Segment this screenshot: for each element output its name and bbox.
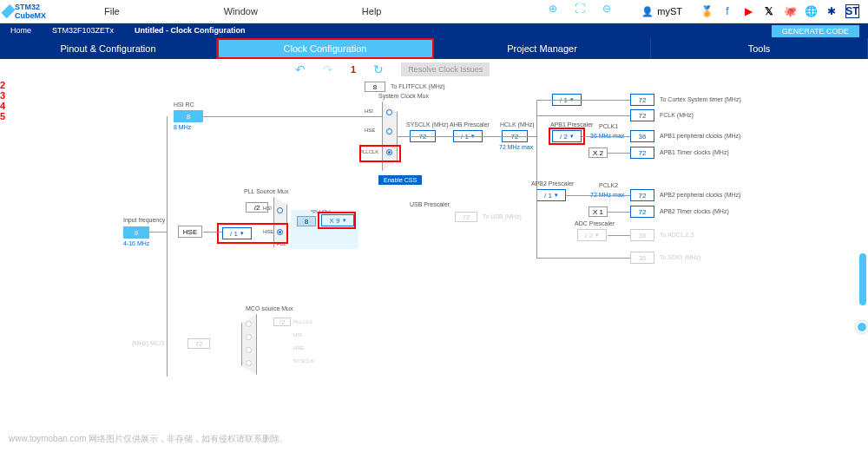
sm-hse: HSE	[365, 128, 375, 133]
mco-hse: HSE	[293, 345, 304, 350]
adc-label: ADC Prescaler	[575, 220, 615, 226]
bc-chip[interactable]: STM32F103ZETx	[42, 23, 124, 38]
hse-block: HSE	[178, 226, 202, 238]
x-icon[interactable]: 𝕏	[762, 4, 776, 18]
input-unit: 4-16 MHz	[123, 240, 149, 246]
cortex-label: To Cortex System timer (MHz)	[660, 96, 741, 102]
menu-window[interactable]: Window	[172, 6, 310, 16]
scrollbar[interactable]	[859, 253, 866, 305]
apb2-timer-mul: X 1	[589, 206, 608, 217]
mco-r3[interactable]	[246, 347, 252, 353]
st-logo[interactable]: ST	[845, 4, 859, 18]
menu-help[interactable]: Help	[310, 6, 434, 16]
sm-hse-radio[interactable]	[386, 128, 392, 134]
input-freq-value[interactable]: 8	[123, 226, 149, 239]
mco-r2[interactable]	[246, 334, 252, 340]
bc-page: Untitled - Clock Configuration	[124, 23, 256, 38]
sdio-value: 36	[630, 252, 654, 264]
pclk2-out: APB2 peripheral clocks (MHz)	[660, 192, 740, 198]
apb2t-value: 72	[630, 206, 654, 218]
apb1-timer-mul: X 2	[589, 147, 608, 158]
top-menubar: STM32 CubeMX File Window Help 👤 myST 🏅 f…	[0, 0, 868, 23]
pll-src-hsi-radio[interactable]	[277, 207, 283, 213]
mco-r1[interactable]	[246, 321, 252, 327]
highlight-2	[217, 223, 288, 244]
sys-mux-label: System Clock Mux	[378, 93, 429, 99]
apb2-select[interactable]: / 1	[536, 189, 566, 201]
clock-toolbar: ↶ ↷ 1 ↻ Resolve Clock Issues ⊕ ⛶ ⊖	[0, 59, 868, 80]
usb-label: USB Prescaler	[410, 201, 450, 207]
user-icon: 👤	[641, 6, 654, 17]
youtube-icon[interactable]: ▶	[741, 4, 755, 18]
zoom-out-icon[interactable]: ⊖	[602, 3, 611, 15]
main-tabs: Pinout & Configuration Clock Configurati…	[0, 38, 868, 59]
enable-css-button[interactable]: Enable CSS	[378, 175, 422, 185]
adc-select[interactable]: / 2	[577, 229, 607, 241]
apb1t-value: 72	[630, 147, 654, 159]
flitf-label: To FLITFCLK (MHz)	[391, 83, 445, 89]
resolve-clock-button[interactable]: Resolve Clock Issues	[401, 62, 490, 76]
generate-code-button[interactable]: GENERATE CODE	[772, 25, 859, 37]
social-icons: 🏅 f ▶ 𝕏 🐙 🌐 ✱ ST	[700, 4, 868, 18]
apb1t-label: APB1 Timer clocks (MHz)	[660, 149, 729, 155]
app-logo: STM32 CubeMX	[0, 0, 52, 23]
cortex-value: 72	[630, 94, 654, 106]
fclk-value: 72	[630, 109, 654, 121]
pclk2-label: PCLK2	[599, 182, 618, 188]
mco-sysclk: SYSCLK	[293, 358, 314, 364]
adc-value: 36	[630, 229, 654, 241]
pclk1-value: 36	[630, 130, 654, 142]
flitf-value: 8	[365, 82, 385, 92]
tab-clock[interactable]: Clock Configuration	[217, 38, 434, 59]
facebook-icon[interactable]: f	[720, 4, 734, 18]
cube-icon	[1, 4, 15, 18]
mco-r4[interactable]	[246, 360, 252, 366]
annotation-5: 5	[0, 111, 868, 121]
myst-link[interactable]: 👤 myST	[641, 6, 682, 17]
badge-icon[interactable]: 🏅	[700, 4, 713, 18]
pclk1-label: PCLK1	[599, 123, 618, 129]
tab-project[interactable]: Project Manager	[434, 38, 651, 59]
hclk-label: HCLK (MHz)	[500, 121, 535, 128]
ahb-label: AHB Prescaler	[450, 121, 490, 128]
hsi-unit: 8 MHz	[174, 124, 191, 130]
assistant-bubble-icon[interactable]	[856, 321, 868, 333]
zoom-fit-icon[interactable]: ⛶	[575, 3, 585, 15]
hsi-rc-value: 8	[174, 110, 203, 122]
mco-hsi: HSI	[293, 332, 302, 337]
undo-icon[interactable]: ↶	[295, 62, 306, 76]
sm-hsi-radio[interactable]	[386, 109, 392, 115]
breadcrumb: Home STM32F103ZETx Untitled - Clock Conf…	[0, 23, 868, 38]
pclk1-out: APB1 peripheral clocks (MHz)	[660, 133, 740, 139]
pll-mux-hsi: HSI	[263, 206, 272, 211]
apb2-label: APB2 Prescaler	[531, 180, 574, 187]
adc-out: To ADC1,2,3	[660, 232, 694, 238]
usb-value: 72	[455, 212, 477, 222]
bc-home[interactable]: Home	[0, 23, 42, 38]
refresh-icon[interactable]: ↻	[373, 62, 384, 76]
myst-label: myST	[657, 6, 682, 16]
menu-file[interactable]: File	[52, 6, 172, 16]
hsi-rc-label: HSI RC	[174, 102, 194, 108]
sysclk-label: SYSCLK (MHz)	[406, 121, 449, 128]
tab-pinout[interactable]: Pinout & Configuration	[0, 38, 217, 59]
share-icon[interactable]: ✱	[825, 4, 838, 18]
redo-icon[interactable]: ↷	[323, 62, 333, 76]
mco-label: (MHz) MCO	[132, 340, 164, 346]
wiki-icon[interactable]: 🌐	[804, 4, 818, 18]
hclk-note: 72 MHz max	[499, 144, 533, 150]
github-icon[interactable]: 🐙	[783, 4, 797, 18]
usb-out-label: To USB (MHz)	[483, 213, 522, 219]
sm-hsi: HSI	[365, 108, 373, 114]
mco-pllclk: PLLCLK	[293, 319, 312, 324]
highlight-3	[318, 212, 356, 229]
sdio-label: To SDIO (MHz)	[660, 254, 700, 260]
zoom-in-icon[interactable]: ⊕	[549, 3, 557, 15]
apb1-label: APB1 Prescaler	[550, 121, 593, 128]
input-freq-label: Input frequency	[123, 217, 165, 223]
watermark-text: www.toymoban.com 网络图片仅供展示，非存储，如有侵权请联系删除。	[9, 433, 288, 445]
fclk-label: FCLK (MHz)	[660, 112, 694, 118]
highlight-5	[549, 128, 585, 145]
clock-diagram[interactable]: HSI RC 8 8 MHz Input frequency 8 4-16 MH…	[0, 80, 868, 444]
tab-tools[interactable]: Tools	[651, 38, 868, 59]
